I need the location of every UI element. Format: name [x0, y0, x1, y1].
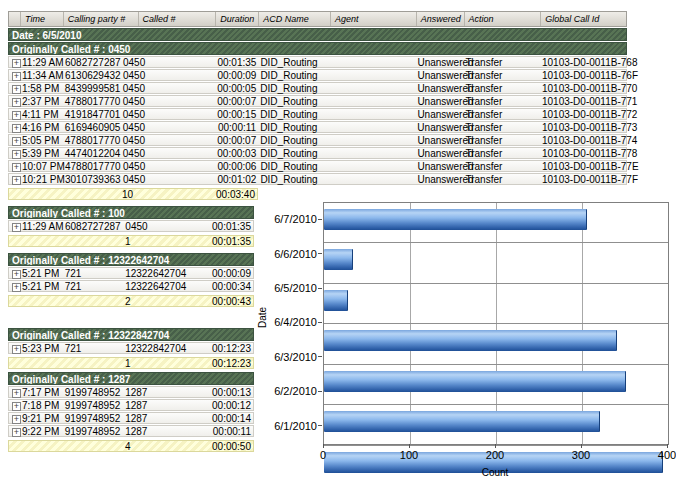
duration-cell: 00:00:03 — [215, 148, 258, 159]
call-row: +5:05 PM4788017770045000:00:07DID_Routin… — [8, 134, 627, 146]
duration-cell: 00:00:34 — [190, 281, 253, 292]
y-axis-tick-labels: 6/7/20106/6/20106/5/20106/4/20106/3/2010… — [256, 202, 322, 443]
called-cell: 0450 — [121, 96, 216, 107]
acd-cell: DID_Routing — [258, 174, 330, 185]
column-header-calling-party-[interactable]: Calling party # — [63, 12, 138, 26]
call-row: +9:22 PM9199748952128700:00:11 — [8, 425, 254, 437]
chart-band — [324, 330, 668, 364]
column-header-duration[interactable]: Duration — [215, 12, 258, 26]
duration-cell: 00:00:05 — [215, 83, 258, 94]
column-header-called-[interactable]: Called # — [138, 12, 216, 26]
duration-cell: 00:01:02 — [215, 174, 258, 185]
call-row: +10:21 PM3010739363045000:01:02DID_Routi… — [8, 173, 627, 185]
calling-cell: 9199748952 — [63, 387, 123, 398]
column-header-action[interactable]: Action — [464, 12, 541, 26]
summary-row: 100:12:23 — [8, 357, 254, 369]
summary-count: 10 — [120, 189, 214, 200]
calling-cell: 9199748952 — [63, 426, 123, 437]
y-tick-label: 6/5/2010 — [256, 271, 322, 305]
expand-cell: + — [9, 400, 20, 411]
bar-6-3-2010 — [324, 371, 626, 392]
call-row: +4:16 PM6169460905045000:00:11DID_Routin… — [8, 121, 627, 133]
call-row: +11:29 AM6082727287045000:01:35DID_Routi… — [8, 56, 627, 68]
x-tick — [409, 444, 410, 448]
calling-cell: 721 — [63, 343, 123, 354]
bar-6-2-2010 — [324, 411, 600, 432]
expand-cell: + — [9, 221, 20, 232]
time-cell: 7:18 PM — [20, 400, 63, 411]
action-cell: Transfer — [463, 148, 540, 159]
expand-cell: + — [9, 148, 20, 159]
date-group-band: Date : 6/5/2010 — [8, 28, 627, 41]
time-cell: 1:58 PM — [20, 83, 63, 94]
time-cell: 4:11 PM — [20, 109, 63, 120]
time-cell: 4:16 PM — [20, 122, 63, 133]
acd-cell: DID_Routing — [258, 57, 330, 68]
answered-cell: Unanswered — [415, 148, 463, 159]
action-cell: Transfer — [463, 70, 540, 81]
time-cell: 9:21 PM — [20, 413, 63, 424]
acd-cell: DID_Routing — [258, 70, 330, 81]
column-header-global-call-id[interactable]: Global Call Id — [540, 12, 626, 26]
calling-cell: 9199748952 — [63, 400, 123, 411]
global_id-cell: 10103-D0-0011B-774 — [540, 135, 626, 146]
x-tick — [667, 444, 668, 448]
called-cell: 0450 — [121, 83, 216, 94]
calling-cell: 6082727287 — [63, 57, 121, 68]
calls-by-date-chart: Date 6/7/20106/6/20106/5/20106/4/20106/3… — [256, 196, 674, 484]
duration-cell: 00:00:11 — [190, 426, 253, 437]
calling-cell: 4191847701 — [63, 109, 121, 120]
column-header-expand[interactable] — [9, 12, 20, 26]
time-cell: 5:23 PM — [20, 343, 63, 354]
summary-duration: 00:00:50 — [190, 441, 253, 452]
action-cell: Transfer — [463, 96, 540, 107]
call-row: +7:17 PM9199748952128700:00:13 — [8, 386, 254, 398]
column-header-time[interactable]: Time — [20, 12, 63, 26]
calling-cell: 4788017770 — [63, 161, 121, 172]
expand-cell: + — [9, 281, 20, 292]
bar-6-7-2010 — [324, 209, 587, 230]
y-tick-label: 6/3/2010 — [256, 340, 322, 374]
answered-cell: Unanswered — [415, 57, 463, 68]
expand-cell: + — [9, 57, 20, 68]
summary-row: 1000:03:40 — [8, 188, 258, 200]
call-group: Originally Called # : 12322642704+5:21 P… — [8, 252, 254, 307]
bar-6-6-2010 — [324, 249, 353, 270]
action-cell: Transfer — [463, 174, 540, 185]
acd-cell: DID_Routing — [258, 122, 330, 133]
x-tick-label: 200 — [486, 449, 504, 461]
time-cell: 11:34 AM — [20, 70, 63, 81]
action-cell: Transfer — [463, 83, 540, 94]
calling-cell: 4474012204 — [63, 148, 121, 159]
call-row: +4:11 PM4191847701045000:00:15DID_Routin… — [8, 108, 627, 120]
x-tick — [581, 444, 582, 448]
column-header-acd-name[interactable]: ACD Name — [258, 12, 330, 26]
duration-cell: 00:01:35 — [215, 57, 258, 68]
y-tick-label: 6/6/2010 — [256, 236, 322, 270]
called-cell: 12322642704 — [123, 281, 189, 292]
expand-cell: + — [9, 109, 20, 120]
expand-cell: + — [9, 174, 20, 185]
called-cell: 0450 — [121, 135, 216, 146]
chart-plot-area — [323, 202, 669, 445]
called-cell: 0450 — [121, 161, 215, 172]
call-row: +10:07 PM4788017770045000:00:06DID_Routi… — [8, 160, 627, 172]
called-cell: 12322642704 — [123, 268, 189, 279]
called-cell: 1287 — [123, 413, 189, 424]
action-cell: Transfer — [463, 122, 540, 133]
duration-cell: 00:00:06 — [215, 161, 258, 172]
called-cell: 0450 — [121, 109, 216, 120]
called-cell: 1287 — [123, 387, 189, 398]
acd-cell: DID_Routing — [258, 135, 330, 146]
column-header-answered[interactable]: Answered — [416, 12, 464, 26]
y-tick-label: 6/2/2010 — [256, 374, 322, 408]
chart-band — [324, 290, 668, 324]
x-tick — [495, 444, 496, 448]
column-header-agent[interactable]: Agent — [330, 12, 416, 26]
duration-cell: 00:00:09 — [215, 70, 258, 81]
call-row: +1:58 PM8439999581045000:00:05DID_Routin… — [8, 82, 627, 94]
chart-band — [324, 411, 668, 445]
duration-cell: 00:00:14 — [190, 413, 253, 424]
acd-cell: DID_Routing — [258, 148, 330, 159]
time-cell: 11:29 AM — [20, 57, 63, 68]
